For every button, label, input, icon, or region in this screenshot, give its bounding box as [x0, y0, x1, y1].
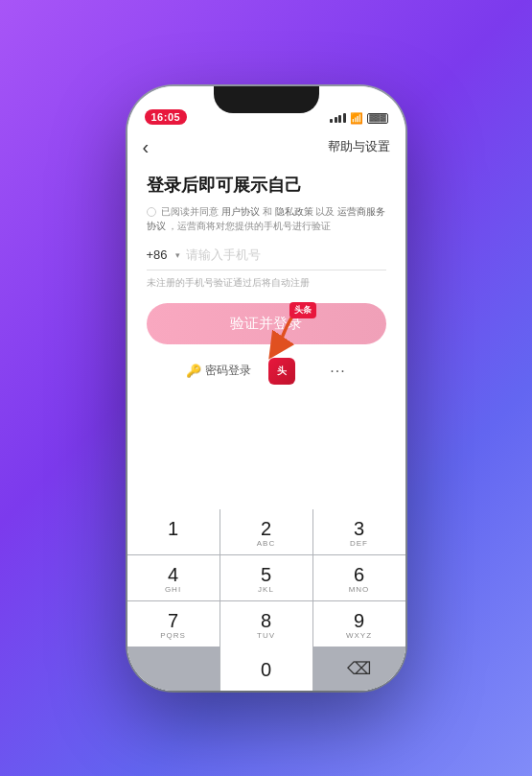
key-5[interactable]: 5 JKL: [220, 555, 312, 600]
backspace-icon: ⌫: [347, 658, 371, 679]
key-6[interactable]: 6 MNO: [313, 555, 405, 600]
verify-login-button[interactable]: 验证并登录: [147, 303, 386, 344]
key-1[interactable]: 1: [127, 509, 220, 554]
toutiao-login-container: 头条 头: [268, 358, 295, 385]
nav-title: 帮助与设置: [328, 138, 390, 155]
keyboard-area: 1 2 ABC 3 DEF 4 GHI 5 JKL: [127, 509, 405, 691]
main-content: 登录后即可展示自己 已阅读并同意 用户协议 和 隐私政策 以及 运营商服务协议 …: [127, 162, 405, 396]
country-code: +86: [147, 247, 168, 262]
key-9[interactable]: 9 WXYZ: [313, 601, 405, 647]
keyboard-bottom-row: 0 ⌫: [127, 647, 405, 691]
key-8[interactable]: 8 TUV: [220, 601, 312, 647]
key-2[interactable]: 2 ABC: [220, 509, 312, 554]
status-icons: 📶 ▓▓▓: [330, 112, 388, 125]
agreement-text: 已阅读并同意 用户协议 和 隐私政策 以及 运营商服务协议 ，运营商将对您提供的…: [147, 204, 386, 233]
status-time: 16:05: [145, 109, 188, 125]
page-title: 登录后即可展示自己: [147, 174, 386, 197]
key-7[interactable]: 7 PQRS: [127, 601, 220, 647]
phone-shell: 16:05 📶 ▓▓▓ ‹ 帮助与设置 登录后即可展示自己 已阅读并同意 用户协: [127, 86, 405, 691]
hint-text: 未注册的手机号验证通过后将自动注册: [147, 276, 386, 290]
phone-placeholder: 请输入手机号: [186, 247, 386, 264]
privacy-policy-link[interactable]: 隐私政策: [275, 206, 313, 217]
toutiao-login-button[interactable]: 头: [268, 358, 295, 385]
backspace-button[interactable]: ⌫: [313, 647, 405, 691]
top-nav: ‹ 帮助与设置: [127, 129, 405, 162]
alt-login-row: 🔑 密码登录: [147, 358, 386, 385]
content-area: ‹ 帮助与设置 登录后即可展示自己 已阅读并同意 用户协议 和 隐私政策 以及 …: [127, 129, 405, 691]
dropdown-arrow-icon[interactable]: ▾: [175, 250, 180, 260]
battery-icon: ▓▓▓: [367, 113, 388, 124]
notch: [214, 86, 319, 113]
key-0[interactable]: 0: [220, 647, 312, 691]
key-3[interactable]: 3 DEF: [313, 509, 405, 554]
more-options-button[interactable]: ···: [330, 363, 345, 380]
keyboard-grid: 1 2 ABC 3 DEF 4 GHI 5 JKL: [127, 509, 405, 647]
empty-key: [127, 647, 220, 691]
wifi-icon: 📶: [350, 112, 363, 125]
back-button[interactable]: ‹: [143, 136, 150, 158]
key-icon: 🔑: [186, 364, 201, 378]
more-dots-icon: ···: [330, 363, 345, 380]
phone-input-row: +86 ▾ 请输入手机号: [147, 247, 386, 270]
radio-button[interactable]: [147, 207, 156, 217]
signal-icon: [330, 113, 346, 123]
user-agreement-link[interactable]: 用户协议: [221, 206, 260, 217]
password-login-button[interactable]: 🔑 密码登录: [186, 363, 251, 379]
password-login-label: 密码登录: [205, 363, 251, 379]
key-4[interactable]: 4 GHI: [127, 555, 220, 600]
